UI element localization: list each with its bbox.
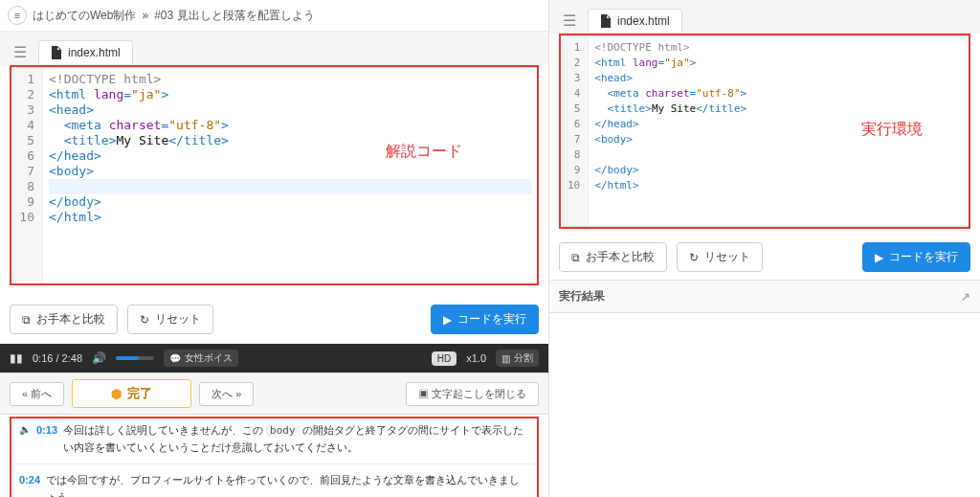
reset-icon: ↻ <box>140 313 149 327</box>
result-header: 実行結果 ↗ <box>549 280 980 313</box>
transcript-line[interactable]: 🔈0:13今回は詳しく説明していきませんが、この body の開始タグと終了タグ… <box>10 415 539 464</box>
run-button[interactable]: ▶コードを実行 <box>431 305 539 334</box>
voice-button[interactable]: 💬女性ボイス <box>164 350 238 367</box>
list-icon[interactable]: ☰ <box>10 39 31 65</box>
prev-button[interactable]: « 前へ <box>10 382 64 406</box>
external-icon[interactable]: ↗ <box>961 290 970 304</box>
close-transcript-button[interactable]: ▣ 文字起こしを閉じる <box>406 382 539 406</box>
reset-button[interactable]: ↻リセット <box>127 305 213 334</box>
file-icon <box>51 46 62 59</box>
play-icon: ▶ <box>443 313 452 327</box>
next-button[interactable]: 次へ » <box>199 382 254 406</box>
video-bar: ▮▮ 0:16 / 2:48 🔊 💬女性ボイス HD x1.0 ▥分割 <box>0 344 548 373</box>
hamburger-icon[interactable]: ≡ <box>8 6 27 25</box>
speaker-icon: 🔈 <box>19 422 31 456</box>
play-icon: ▶ <box>875 251 883 264</box>
box-icon: ⬢ <box>111 387 122 401</box>
file-tab-label: index.html <box>68 46 121 59</box>
close-icon: ▣ <box>418 388 429 399</box>
code-editor-right[interactable]: 12345678910 <!DOCTYPE html> <html lang="… <box>559 35 970 227</box>
volume-slider[interactable] <box>116 356 154 360</box>
run-button-right[interactable]: ▶コードを実行 <box>862 242 970 272</box>
split-button[interactable]: ▥分割 <box>496 350 539 367</box>
gutter: 12345678910 <box>11 68 43 284</box>
split-icon: ▥ <box>501 353 510 364</box>
done-button[interactable]: ⬢完了 <box>72 379 191 408</box>
list-icon[interactable]: ☰ <box>559 8 580 34</box>
copy-icon: ⧉ <box>22 313 31 327</box>
reset-icon: ↻ <box>689 251 699 264</box>
copy-icon: ⧉ <box>571 251 580 264</box>
hd-badge[interactable]: HD <box>432 351 457 366</box>
result-panel <box>549 313 980 497</box>
compare-button-right[interactable]: ⧉お手本と比較 <box>559 242 667 272</box>
code-area[interactable]: <!DOCTYPE html> <html lang="ja"> <head> … <box>43 68 538 284</box>
course-name[interactable]: はじめてのWeb制作 <box>33 8 136 24</box>
speed-control[interactable]: x1.0 <box>466 352 486 364</box>
file-icon <box>600 14 612 28</box>
transcript-line[interactable]: 0:24では今回ですが、プロフィールサイトを作っていくので、前回見たような文章を… <box>10 464 539 497</box>
reset-button-right[interactable]: ↻リセット <box>677 242 763 272</box>
file-tab[interactable]: index.html <box>38 40 133 64</box>
volume-icon[interactable]: 🔊 <box>92 351 106 365</box>
pause-icon[interactable]: ▮▮ <box>10 351 23 365</box>
breadcrumb: ≡ はじめてのWeb制作 » #03 見出しと段落を配置しよう <box>0 0 548 32</box>
lesson-name: #03 見出しと段落を配置しよう <box>154 8 314 24</box>
file-tab-right[interactable]: index.html <box>588 9 682 33</box>
code-editor-left[interactable]: 12345678910 <!DOCTYPE html> <html lang="… <box>10 67 539 285</box>
speech-icon: 💬 <box>169 353 181 364</box>
compare-button[interactable]: ⧉お手本と比較 <box>10 305 118 334</box>
video-time: 0:16 / 2:48 <box>33 352 82 364</box>
